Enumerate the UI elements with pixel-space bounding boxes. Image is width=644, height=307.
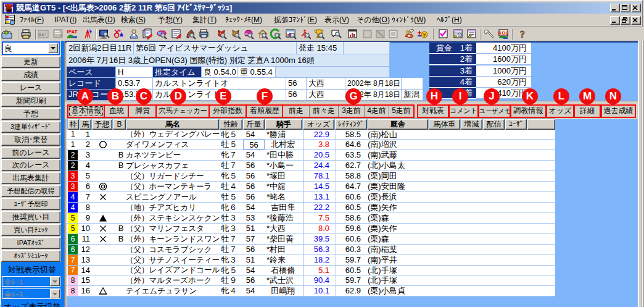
svg-text:¥: ¥ bbox=[423, 32, 426, 38]
svg-text:?: ? bbox=[520, 29, 525, 40]
svg-text:BET: BET bbox=[39, 32, 48, 36]
svg-text:IPAT: IPAT bbox=[67, 29, 77, 35]
svg-text:KOL: KOL bbox=[498, 30, 509, 36]
